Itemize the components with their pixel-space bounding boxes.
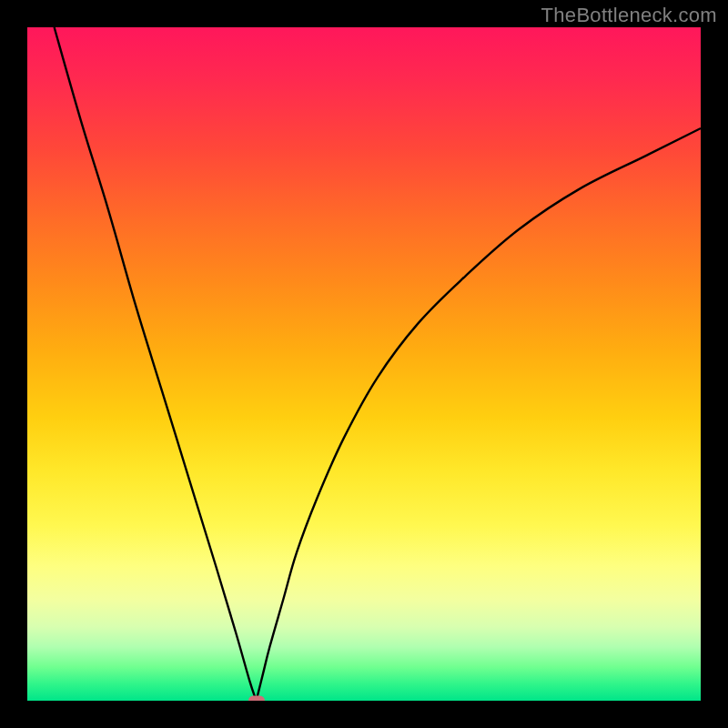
curve-left-branch <box>55 27 257 701</box>
bottleneck-curve <box>27 27 701 701</box>
watermark-text: TheBottleneck.com <box>541 4 717 27</box>
plot-area <box>27 27 701 701</box>
outer-frame: TheBottleneck.com <box>0 0 728 728</box>
curve-right-branch <box>257 128 701 701</box>
minimum-marker <box>248 696 265 702</box>
